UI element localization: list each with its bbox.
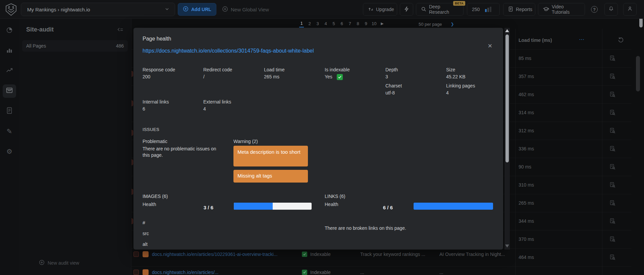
all-pages-count: 486 xyxy=(116,43,124,49)
rail-item-rankings[interactable] xyxy=(3,44,16,58)
help-icon: ? xyxy=(591,6,598,13)
load-time-cell: 312 ms xyxy=(519,122,586,140)
inspect-page-icon[interactable] xyxy=(606,140,619,158)
column-menu-icon[interactable]: ⋯ xyxy=(579,31,585,49)
scroll-up-icon[interactable] xyxy=(505,29,509,32)
new-global-view-label: New Global View xyxy=(231,7,269,12)
sidebar-collapse-icon[interactable] xyxy=(116,26,124,35)
stat-external-links: External links 4 xyxy=(203,98,262,113)
page-button-2[interactable]: 2 xyxy=(307,21,312,27)
page-scrollbar-thumb[interactable] xyxy=(639,17,643,27)
stat-response-code: Response code 200 xyxy=(143,66,201,80)
page-button-1[interactable]: 1 xyxy=(299,21,304,27)
reset-icon[interactable] xyxy=(617,36,625,45)
rail-item-dashboard[interactable] xyxy=(3,24,16,38)
stat-charset: Charset utf-8 xyxy=(385,82,444,96)
upgrade-icon xyxy=(368,6,373,13)
per-page-selector[interactable]: 50 per page ❯ xyxy=(419,19,454,29)
inspect-page-icon[interactable] xyxy=(606,104,619,122)
add-url-label: Add URL xyxy=(191,7,211,12)
rail-item-settings[interactable]: ⚙ xyxy=(3,145,16,158)
page-button-3[interactable]: 3 xyxy=(315,21,320,27)
left-icon-rail: ✎ ⚙ xyxy=(0,19,19,275)
page-button-4[interactable]: 4 xyxy=(323,21,328,27)
scroll-down-icon[interactable] xyxy=(505,245,509,248)
stat-label: Is indexable xyxy=(325,66,383,73)
upgrade-button[interactable]: Upgrade xyxy=(363,3,397,16)
notifications-button[interactable] xyxy=(604,3,618,16)
new-global-view-button[interactable]: New Global View xyxy=(217,3,274,16)
chevron-right-icon: ❯ xyxy=(450,22,454,26)
report-document-icon xyxy=(508,6,513,13)
rail-item-pages[interactable] xyxy=(3,105,16,118)
reports-button[interactable]: Reports xyxy=(503,3,535,16)
load-time-cell: 344 ms xyxy=(519,212,586,230)
inspect-page-icon[interactable] xyxy=(606,212,619,230)
inspect-page-icon[interactable] xyxy=(606,49,619,67)
problematic-empty-text: There are no problematic issues on this … xyxy=(143,146,222,158)
sidebar-item-all-pages[interactable]: All Pages 486 xyxy=(22,40,128,52)
inspect-page-icon[interactable] xyxy=(606,194,619,212)
user-menu-button[interactable] xyxy=(623,3,637,16)
new-audit-view-button[interactable]: New audit view xyxy=(39,260,79,266)
project-selector-label: My Rankings › nightwatch.io xyxy=(27,7,90,12)
page-button-6[interactable]: 6 xyxy=(339,21,344,27)
warning-badge: Missing alt tags xyxy=(233,170,308,183)
load-time-column-header[interactable]: Load time (ms) xyxy=(519,31,602,49)
help-button[interactable]: ? xyxy=(588,3,601,16)
project-selector[interactable]: My Rankings › nightwatch.io xyxy=(21,3,175,16)
page-button-9[interactable]: 9 xyxy=(364,21,368,27)
chevron-down-icon xyxy=(165,7,169,12)
rail-item-trends[interactable] xyxy=(3,64,16,78)
page-button-7[interactable]: 7 xyxy=(347,21,352,27)
rail-item-notes[interactable]: ✎ xyxy=(3,125,16,138)
nightwatch-logo-icon[interactable] xyxy=(4,2,18,16)
row-checkbox[interactable] xyxy=(133,252,139,257)
video-tutorials-button[interactable]: Video Tutorials xyxy=(538,3,585,16)
credits-counter[interactable]: 250 xyxy=(467,3,500,16)
graduation-cap-icon xyxy=(543,6,549,13)
close-icon[interactable]: ✕ xyxy=(488,43,492,50)
table-row[interactable]: docs.nightwatch.io/en/articles/... Index… xyxy=(131,263,639,275)
add-url-button[interactable]: Add URL xyxy=(178,3,216,16)
row-checkbox[interactable] xyxy=(133,270,139,275)
stat-label: Linking pages xyxy=(446,82,503,89)
quick-actions-button[interactable] xyxy=(400,3,413,16)
page-button-5[interactable]: 5 xyxy=(331,21,336,27)
page-button-8[interactable]: 8 xyxy=(356,21,360,27)
page-url-link[interactable]: docs.nightwatch.io/en/articles/... xyxy=(152,270,293,275)
images-table-col-index: # xyxy=(143,217,149,228)
trend-up-icon xyxy=(6,67,13,75)
plus-circle-icon xyxy=(183,6,189,13)
inspect-page-icon[interactable] xyxy=(606,85,619,104)
site-audit-sidebar: Site-audit All Pages 486 New audit view xyxy=(19,19,131,275)
problematic-label: Problematic xyxy=(143,139,167,144)
warning-badge: Meta description is too short xyxy=(233,146,308,166)
stat-value: 4 xyxy=(203,106,262,113)
load-time-cell: 462 ms xyxy=(519,85,586,104)
rail-item-site-audit[interactable] xyxy=(3,84,16,98)
plus-circle-icon xyxy=(39,260,45,266)
table-scrollbar-thumb[interactable] xyxy=(636,56,640,91)
modal-scrollbar[interactable] xyxy=(504,28,510,250)
per-page-label: 50 per page xyxy=(419,22,442,27)
inspect-page-icon[interactable] xyxy=(606,158,619,176)
app-screen: My Rankings › nightwatch.io Add URL New … xyxy=(0,0,644,275)
links-health-bar-fill xyxy=(414,203,493,210)
modal-scrollbar-thumb[interactable] xyxy=(505,35,509,162)
inspect-page-icon[interactable] xyxy=(606,122,619,140)
inspect-page-icon[interactable] xyxy=(606,176,619,194)
page-url-link[interactable]: https://docs.nightwatch.io/en/collection… xyxy=(143,48,314,54)
inspect-page-icon[interactable] xyxy=(606,67,619,85)
links-health-score: 6 / 6 xyxy=(367,205,393,210)
images-heading: IMAGES (6) xyxy=(143,194,168,199)
stat-value: utf-8 xyxy=(385,89,444,96)
deep-research-button[interactable]: Deep Research BETA xyxy=(416,3,464,16)
page-button-10[interactable]: 10 xyxy=(372,21,376,27)
stat-label: External links xyxy=(203,98,262,106)
stat-value: 6 xyxy=(143,106,201,113)
indexable-status: Indexable xyxy=(310,270,331,275)
page-url-link[interactable]: docs.nightwatch.io/en/articles/10229361-… xyxy=(152,252,293,257)
next-page-icon[interactable]: ▶ xyxy=(380,21,384,27)
issues-heading: ISSUES xyxy=(143,127,159,132)
